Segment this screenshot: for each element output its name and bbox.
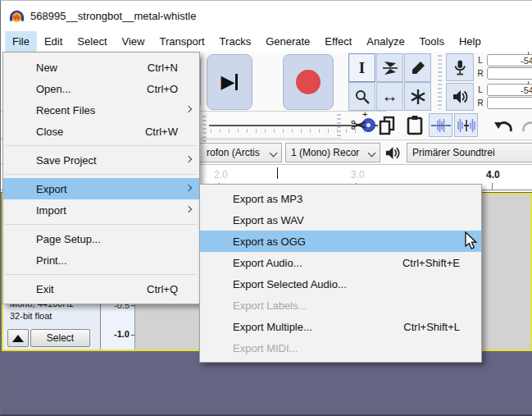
magnifier-icon [354,89,371,105]
playback-device-value: Primärer Soundtrei [412,147,495,158]
menubar-help[interactable]: Help [452,31,489,52]
record-icon [296,70,321,94]
record-meter-right-label: R [476,67,484,80]
menubar-file[interactable]: File [5,31,37,52]
menu-item-exit[interactable]: Exit Ctrl+Q [3,278,199,299]
submenu-arrow-icon [185,185,192,191]
menu-item-export-as-mp3[interactable]: Export as MP3 [200,188,481,209]
menu-separator [5,224,198,225]
menubar-edit[interactable]: Edit [37,31,70,52]
recording-channels-select[interactable]: 1 (Mono) Recor [285,143,380,162]
file-menu: New Ctrl+N Open... Ctrl+O Recent Files C… [2,52,200,304]
select-track-button[interactable]: Select [30,329,90,347]
playback-device-select[interactable]: Primärer Soundtrei [407,143,532,162]
menu-item-print[interactable]: Print... [3,249,199,271]
menubar-view[interactable]: View [115,31,152,52]
play-meter-button[interactable] [446,83,474,111]
menubar-analyze[interactable]: Analyze [359,31,412,52]
record-meter-db: -54 [521,56,532,66]
chevron-down-icon [270,149,278,157]
audacity-window: 568995__strongbot__metal-whistle File Ed… [0,0,532,416]
menu-item-import[interactable]: Import [3,199,199,221]
menu-item-new[interactable]: New Ctrl+N [3,57,199,78]
undo-icon [492,117,513,135]
playhead-cursor [277,167,278,179]
envelope-tool-button[interactable] [376,53,403,82]
menubar-generate[interactable]: Generate [258,31,317,52]
redo-icon [521,117,532,135]
toolbar-grip[interactable] [438,55,442,109]
menubar-tracks[interactable]: Tracks [212,31,259,52]
timeshift-icon: ↔ [382,87,398,106]
skip-to-end-button[interactable]: ▶ [207,54,252,110]
menu-item-save-project[interactable]: Save Project [3,149,199,171]
menu-separator [5,274,198,275]
copy-icon [378,116,396,135]
scissors-icon: ✂ [350,114,366,137]
menubar-transport[interactable]: Transport [152,31,211,52]
title-bar: 568995__strongbot__metal-whistle [1,1,532,31]
trim-audio-button[interactable] [429,113,452,137]
trim-audio-icon [431,118,451,133]
menu-item-export-selected-audio[interactable]: Export Selected Audio... [200,273,481,295]
menu-item-export[interactable]: Export [3,178,199,199]
menu-item-export-multiple[interactable]: Export Multiple... Ctrl+Shift+L [200,316,481,337]
export-submenu: Export as MP3 Export as WAV Export as OG… [199,184,482,363]
zoom-tool-button[interactable] [348,82,375,111]
record-meter[interactable] [487,67,532,80]
menu-item-page-setup[interactable]: Page Setup... [3,228,199,249]
menubar-effect[interactable]: Effect [317,31,359,52]
undo-button[interactable] [489,112,515,138]
submenu-arrow-icon [185,156,192,162]
collapse-track-button[interactable] [7,329,29,347]
multi-tool-button[interactable] [404,82,431,111]
chevron-down-icon [368,149,376,157]
menubar-select[interactable]: Select [70,31,114,52]
window-title: 568995__strongbot__metal-whistle [30,10,196,22]
menubar-tools[interactable]: Tools [412,31,452,52]
track-format-line2: 32-bit float [10,311,52,321]
play-meter-left-label: L [476,84,484,96]
output-speaker-icon [384,145,401,161]
menu-item-recent-files[interactable]: Recent Files [3,99,199,121]
selection-tool-button[interactable]: I [348,53,375,82]
play-meter-db: -54 [521,85,532,95]
scale-label: -1.0 [114,329,130,339]
ruler-label: 3.0 [351,169,365,181]
play-meter[interactable] [487,97,532,109]
redo-button[interactable] [519,112,532,138]
menu-item-export-as-ogg[interactable]: Export as OGG [200,231,481,252]
copy-button[interactable] [374,112,399,138]
toolbar-grip[interactable] [337,114,341,137]
record-meter-left-label: L [476,54,484,66]
skip-to-end-icon: ▶ [221,71,235,93]
recording-channels-value: 1 (Mono) Recor [291,147,359,158]
collapse-triangle-icon [12,335,24,342]
submenu-arrow-icon [185,206,192,213]
draw-tool-button[interactable] [404,53,431,82]
menu-item-open[interactable]: Open... Ctrl+O [3,78,199,99]
multitool-icon [410,89,426,105]
speaker-icon [452,89,469,105]
audacity-logo-icon [8,7,25,25]
paste-button[interactable] [402,112,427,138]
menu-item-export-as-wav[interactable]: Export as WAV [200,209,481,231]
select-track-label: Select [47,332,74,344]
submenu-arrow-icon [185,106,192,112]
microphone-icon [452,59,468,76]
cut-button[interactable]: ✂ [346,112,371,138]
menu-item-export-midi: Export MIDI... [200,337,481,359]
menu-item-close[interactable]: Close Ctrl+W [3,121,199,142]
silence-audio-icon [457,118,476,133]
timeshift-tool-button[interactable]: ↔ [376,82,403,111]
recording-device-value: rofon (Arctis [207,147,260,158]
menu-separator [5,174,198,175]
ruler-label: 4.0 [486,169,500,181]
menu-item-export-audio[interactable]: Export Audio... Ctrl+Shift+E [200,252,481,273]
silence-audio-button[interactable] [454,113,478,137]
record-meter-button[interactable] [446,53,474,81]
record-button[interactable] [283,54,334,110]
menu-bar: File Edit Select View Transport Tracks G… [1,31,532,52]
pencil-icon [410,60,426,76]
mouse-cursor [465,231,480,251]
